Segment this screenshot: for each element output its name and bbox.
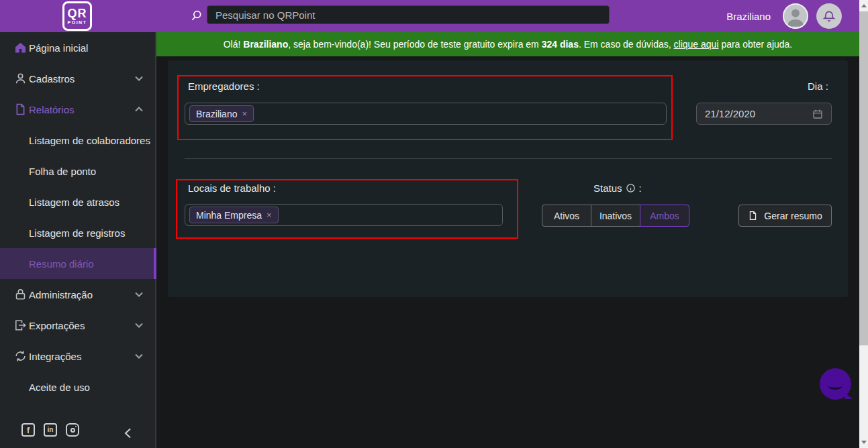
sidebar: Página inicial Cadastros Relatórios List… — [0, 32, 156, 448]
calendar-icon — [812, 109, 823, 119]
sidebar-footer: f in — [0, 412, 155, 448]
chevron-down-icon — [135, 292, 143, 297]
scrollbar-thumb[interactable] — [859, 11, 868, 345]
sidebar-item-listagem-de-atrasos[interactable]: Listagem de atrasos — [0, 186, 155, 217]
file-icon — [14, 103, 27, 116]
status-label: Status — [593, 182, 622, 194]
generate-summary-button[interactable]: Gerar resumo — [738, 205, 832, 227]
sidebar-item-label: Folha de ponto — [29, 166, 96, 177]
chevron-up-icon — [135, 107, 143, 112]
help-link[interactable]: clique aqui — [674, 39, 719, 50]
date-value: 21/12/2020 — [705, 108, 755, 119]
scrollbar-down-arrow[interactable] — [861, 441, 867, 444]
bell-icon — [822, 9, 836, 23]
sidebar-item-folha-de-ponto[interactable]: Folha de ponto — [0, 156, 155, 186]
instagram-flash-dot — [75, 426, 77, 427]
logo-text-point: POINT — [68, 19, 87, 25]
sidebar-item-label: Listagem de registros — [29, 227, 125, 239]
linkedin-icon[interactable]: in — [44, 423, 57, 437]
banner-text-prefix: Olá! — [224, 39, 244, 50]
dia-label: Dia : — [808, 80, 828, 92]
sidebar-item-integracoes[interactable]: Integrações — [0, 341, 155, 372]
chip-minha-empresa[interactable]: Minha Empresa × — [189, 207, 279, 223]
qrpoint-logo[interactable]: QR POINT — [62, 1, 92, 31]
date-input[interactable]: 21/12/2020 — [696, 103, 832, 125]
sidebar-item-listagem-de-registros[interactable]: Listagem de registros — [0, 217, 155, 248]
document-icon — [748, 211, 758, 221]
logo-text-qr: QR — [68, 7, 87, 19]
topbar-username: Braziliano — [726, 0, 771, 32]
sidebar-item-label: Resumo diário — [29, 258, 94, 270]
banner-username: Braziliano — [243, 39, 288, 50]
chat-smile-icon — [828, 382, 842, 390]
trial-banner: Olá! Braziliano, seja bem-vindo(a)! Seu … — [156, 32, 859, 56]
sidebar-item-label: Exportações — [29, 320, 85, 331]
status-ambos-button[interactable]: Ambos — [640, 205, 689, 227]
status-label-group: Status : — [593, 182, 642, 194]
sidebar-item-label: Relatórios — [29, 104, 75, 115]
banner-text-mid2: . Em caso de dúvidas, — [579, 39, 674, 50]
sidebar-item-label: Listagem de atrasos — [29, 197, 119, 208]
person-silhouette-icon — [784, 5, 807, 27]
generate-summary-label: Gerar resumo — [764, 211, 822, 221]
instagram-lens — [70, 428, 75, 433]
chevron-down-icon — [135, 76, 143, 81]
sidebar-item-label: Aceite de uso — [29, 382, 90, 393]
status-button-group: Ativos Inativos Ambos — [542, 205, 689, 227]
banner-text-mid1: , seja bem-vindo(a)! Seu período de test… — [288, 39, 541, 50]
banner-days-remaining: 324 dias — [542, 39, 579, 50]
search-icon — [191, 9, 203, 21]
scrollbar-up-arrow[interactable] — [861, 4, 867, 7]
chevron-down-icon — [135, 353, 143, 359]
chip-braziliano[interactable]: Braziliano × — [189, 105, 254, 122]
top-bar: QR POINT Braziliano — [0, 0, 859, 32]
sidebar-item-label: Página inicial — [29, 42, 88, 54]
sidebar-collapse-icon[interactable] — [124, 428, 132, 439]
search-input[interactable] — [207, 5, 610, 24]
locais-input[interactable]: Minha Empresa × — [185, 204, 503, 226]
sidebar-item-listagem-de-colaboradores[interactable]: Listagem de colaboradores — [0, 125, 155, 156]
instagram-icon[interactable] — [66, 423, 79, 437]
user-avatar[interactable] — [783, 3, 808, 29]
sidebar-item-resumo-diario[interactable]: Resumo diário — [0, 248, 155, 279]
facebook-icon[interactable]: f — [21, 423, 35, 437]
info-icon[interactable] — [626, 183, 636, 193]
status-colon: : — [639, 182, 642, 194]
home-icon — [14, 42, 27, 54]
chip-remove-icon[interactable]: × — [242, 109, 247, 119]
status-inativos-button[interactable]: Inativos — [591, 205, 640, 227]
section-divider — [185, 158, 832, 159]
empregadores-input[interactable]: Braziliano × — [185, 103, 667, 125]
export-icon — [14, 319, 27, 332]
sidebar-item-label: Cadastros — [29, 73, 75, 85]
notifications-button[interactable] — [816, 3, 842, 29]
sidebar-item-administracao[interactable]: Administração — [0, 279, 155, 310]
sidebar-item-exportacoes[interactable]: Exportações — [0, 310, 155, 341]
chip-label: Minha Empresa — [196, 210, 262, 221]
sidebar-item-relatorios[interactable]: Relatórios — [0, 94, 155, 125]
report-filter-card: Empregadores : Braziliano × Dia : 21/12/… — [168, 60, 848, 297]
chevron-down-icon — [135, 323, 143, 328]
empregadores-label: Empregadores : — [188, 80, 260, 92]
lock-icon — [14, 288, 27, 301]
sidebar-item-label: Integrações — [29, 351, 81, 362]
banner-text-suffix: para obter ajuda. — [719, 39, 793, 50]
page-scrollbar — [859, 0, 868, 448]
chat-widget-button[interactable] — [820, 368, 851, 400]
chip-remove-icon[interactable]: × — [267, 210, 272, 220]
status-ativos-button[interactable]: Ativos — [542, 205, 591, 227]
sidebar-item-cadastros[interactable]: Cadastros — [0, 63, 155, 94]
sidebar-item-pagina-inicial[interactable]: Página inicial — [0, 32, 155, 63]
sidebar-item-aceite-de-uso[interactable]: Aceite de uso — [0, 372, 155, 402]
sync-icon — [14, 350, 27, 363]
sidebar-item-label: Listagem de colaboradores — [29, 135, 150, 146]
person-icon — [14, 72, 27, 85]
chip-label: Braziliano — [196, 109, 237, 119]
locais-label: Locais de trabalho : — [188, 182, 276, 194]
sidebar-item-label: Administração — [29, 289, 93, 300]
